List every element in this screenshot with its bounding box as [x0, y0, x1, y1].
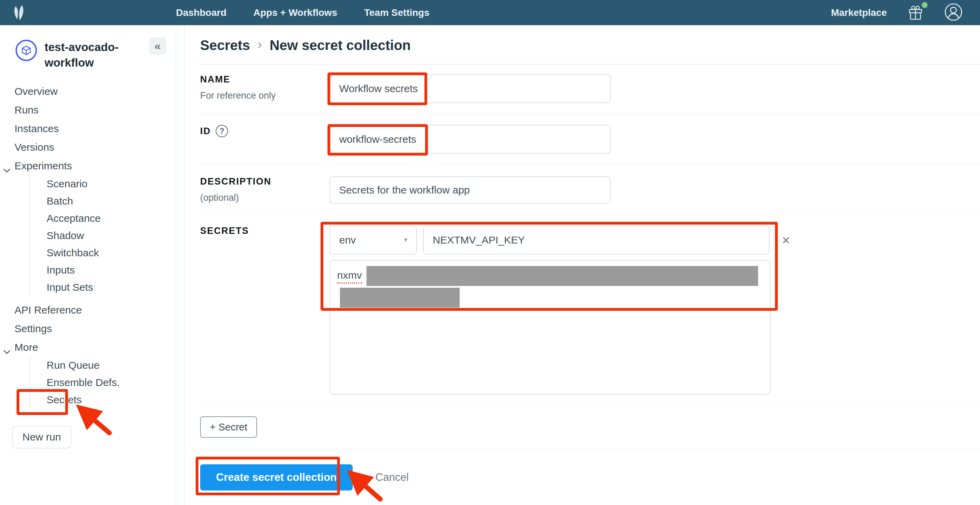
description-hint: (optional) — [200, 192, 329, 203]
sidebar-item-scenario[interactable]: Scenario — [30, 175, 184, 192]
sidebar-item-instances[interactable]: Instances — [0, 119, 184, 138]
sidebar-item-api-reference[interactable]: API Reference — [0, 301, 184, 319]
name-label: NAME — [200, 74, 329, 85]
gift-icon-glyph — [907, 4, 924, 21]
top-navbar: Dashboard Apps + Workflows Team Settings… — [0, 0, 980, 25]
sidebar-collapse-button[interactable]: « — [149, 37, 166, 54]
sidebar-item-more[interactable]: More — [0, 338, 184, 357]
sidebar-item-secrets[interactable]: Secrets — [30, 391, 184, 408]
sidebar-item-runs[interactable]: Runs — [0, 101, 184, 119]
page-title: New secret collection — [269, 38, 410, 53]
nav-team-settings[interactable]: Team Settings — [364, 7, 429, 18]
sidebar-item-shadow[interactable]: Shadow — [30, 227, 184, 244]
nav-apps-workflows[interactable]: Apps + Workflows — [253, 7, 337, 18]
remove-secret-button[interactable]: × — [782, 233, 790, 247]
secret-type-value: env — [339, 234, 356, 246]
name-input[interactable] — [329, 74, 611, 103]
nav-dashboard[interactable]: Dashboard — [176, 7, 226, 18]
sidebar-item-versions[interactable]: Versions — [0, 138, 184, 157]
secret-value-textarea[interactable]: nxmv — [329, 260, 770, 395]
app-title: test-avocado-workflow — [45, 40, 131, 70]
sidebar-item-switchback[interactable]: Switchback — [30, 244, 184, 262]
secrets-row: SECRETS env ▼ × nxmv — [200, 214, 980, 407]
sidebar-item-batch[interactable]: Batch — [30, 192, 184, 210]
sidebar-item-label: Experiments — [14, 160, 72, 172]
breadcrumb: Secrets › New secret collection — [200, 37, 980, 54]
cube-icon — [16, 40, 37, 61]
footer-actions: Create secret collection Cancel — [200, 464, 980, 491]
gift-icon[interactable] — [907, 4, 924, 21]
nextmv-logo[interactable] — [0, 3, 38, 23]
user-avatar-icon[interactable] — [944, 3, 963, 23]
name-hint: For reference only — [200, 91, 329, 101]
sidebar-nav: Overview Runs Instances Versions Experim… — [0, 82, 184, 408]
secrets-label: SECRETS — [200, 226, 329, 236]
sidebar-item-experiments[interactable]: Experiments — [0, 157, 184, 175]
secret-type-select[interactable]: env ▼ — [329, 226, 417, 254]
sidebar-item-label: More — [14, 341, 38, 353]
create-secret-collection-button[interactable]: Create secret collection — [200, 464, 353, 491]
name-row: NAME For reference only — [200, 65, 980, 114]
more-group: Run Queue Ensemble Defs. Secrets — [29, 357, 184, 408]
app-sidebar: test-avocado-workflow « Overview Runs In… — [0, 25, 185, 505]
select-caret-icon: ▼ — [403, 237, 409, 243]
sidebar-item-run-queue[interactable]: Run Queue — [30, 357, 184, 374]
description-input[interactable] — [329, 176, 611, 204]
notification-dot — [922, 2, 928, 8]
id-label: ID — [200, 126, 211, 137]
nav-marketplace[interactable]: Marketplace — [831, 7, 887, 18]
chevron-down-icon — [3, 164, 11, 176]
redaction-bar — [366, 266, 758, 286]
nextmv-logo-icon — [9, 3, 29, 23]
secret-value-visible-text: nxmv — [337, 269, 362, 284]
breadcrumb-secrets[interactable]: Secrets — [200, 38, 250, 53]
description-row: DESCRIPTION (optional) — [200, 164, 980, 214]
add-secret-row: + Secret — [200, 407, 980, 449]
sidebar-item-ensemble-defs[interactable]: Ensemble Defs. — [30, 374, 184, 391]
new-run-button[interactable]: New run — [12, 426, 72, 448]
add-secret-button[interactable]: + Secret — [200, 416, 257, 438]
sidebar-item-input-sets[interactable]: Input Sets — [30, 279, 184, 296]
chevron-down-icon — [3, 345, 11, 357]
redaction-bar — [340, 288, 460, 308]
sidebar-item-acceptance[interactable]: Acceptance — [30, 210, 184, 227]
description-label: DESCRIPTION — [200, 176, 329, 187]
cancel-button[interactable]: Cancel — [375, 471, 409, 484]
help-icon[interactable]: ? — [216, 125, 228, 137]
secret-key-input[interactable] — [423, 226, 770, 254]
sidebar-item-overview[interactable]: Overview — [0, 82, 184, 101]
sidebar-item-settings[interactable]: Settings — [0, 319, 184, 338]
user-avatar-glyph — [944, 3, 963, 21]
secret-entry: env ▼ × nxmv — [329, 226, 790, 395]
id-row: ID ? — [200, 114, 980, 164]
id-input[interactable] — [329, 125, 611, 154]
breadcrumb-separator-icon: › — [258, 37, 262, 54]
experiments-group: Scenario Batch Acceptance Shadow Switchb… — [29, 175, 184, 296]
main-content: Secrets › New secret collection NAME For… — [185, 25, 980, 505]
sidebar-item-inputs[interactable]: Inputs — [30, 262, 184, 279]
primary-nav: Dashboard Apps + Workflows Team Settings — [176, 7, 430, 18]
